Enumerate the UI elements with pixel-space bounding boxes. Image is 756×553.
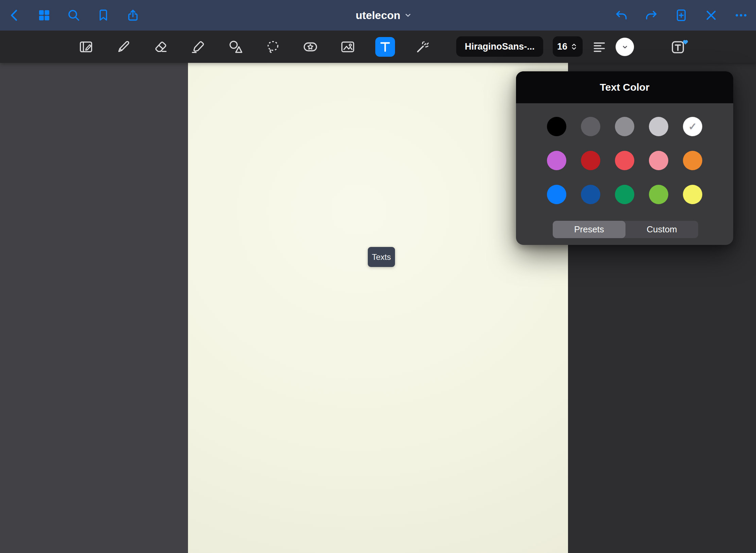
color-swatch[interactable] — [649, 151, 668, 170]
color-swatch[interactable] — [547, 185, 566, 204]
laser-pointer-tool[interactable] — [413, 37, 432, 57]
color-swatch[interactable] — [615, 185, 634, 204]
font-name-button[interactable]: HiraginoSans-... — [456, 36, 543, 57]
color-swatch[interactable] — [683, 151, 702, 170]
bookmark-button[interactable] — [94, 6, 113, 25]
presets-custom-segmented-control: Presets Custom — [553, 221, 698, 238]
redo-button[interactable] — [642, 6, 661, 25]
close-icon — [704, 8, 718, 22]
pen-tool[interactable] — [114, 37, 133, 57]
lasso-icon — [265, 39, 281, 55]
image-tool[interactable] — [338, 37, 358, 57]
view-mode-tool[interactable] — [76, 37, 96, 57]
notes-app-window: utelecon — [0, 0, 756, 553]
text-object[interactable]: Texts — [368, 247, 395, 267]
ellipsis-icon — [734, 8, 748, 22]
pen-icon — [116, 39, 131, 55]
color-swatch[interactable] — [547, 151, 566, 170]
top-navigation-bar: utelecon — [0, 0, 756, 31]
color-swatch[interactable] — [683, 185, 702, 204]
color-chevron-down-icon — [620, 42, 630, 52]
undo-icon — [615, 8, 628, 22]
text-alignment-button[interactable] — [590, 37, 609, 56]
text-alignment-icon — [592, 39, 607, 54]
color-swatch[interactable] — [615, 151, 634, 170]
image-icon — [340, 39, 356, 55]
redo-icon — [645, 8, 658, 22]
page-thumbnails-button[interactable] — [35, 6, 54, 25]
text-tool-icon — [377, 39, 393, 55]
back-chevron-icon — [8, 8, 21, 22]
tools-toolbar: HiraginoSans-... 16 — [0, 31, 756, 63]
checkmark-icon: ✓ — [688, 122, 697, 132]
share-button[interactable] — [123, 6, 142, 25]
back-button[interactable] — [5, 6, 24, 25]
lasso-tool[interactable] — [263, 37, 283, 57]
text-color-popover: Text Color ✓ Presets Custom — [516, 71, 733, 245]
topbar-left-group — [5, 0, 142, 31]
view-mode-icon — [78, 39, 94, 55]
color-swatch[interactable]: ✓ — [683, 117, 702, 136]
font-size-stepper[interactable]: 16 — [553, 36, 583, 57]
document-title: utelecon — [356, 9, 400, 22]
color-swatch-grid: ✓ — [547, 117, 702, 204]
laser-pointer-icon — [415, 39, 430, 55]
color-swatch[interactable] — [547, 117, 566, 136]
text-tool[interactable] — [375, 37, 395, 57]
thumbnails-grid-icon — [37, 8, 51, 22]
color-swatch[interactable] — [649, 185, 668, 204]
add-page-icon — [674, 8, 688, 22]
color-swatch[interactable] — [581, 185, 600, 204]
text-style-favorite-button[interactable] — [670, 37, 690, 57]
custom-tab[interactable]: Custom — [625, 221, 698, 238]
eraser-icon — [153, 39, 169, 55]
shapes-icon — [228, 39, 243, 55]
document-title-dropdown[interactable]: utelecon — [356, 0, 411, 31]
topbar-right-group — [612, 0, 751, 31]
presets-tab[interactable]: Presets — [553, 221, 625, 238]
color-swatch[interactable] — [581, 151, 600, 170]
share-icon — [126, 8, 140, 22]
stepper-chevrons-icon — [570, 42, 578, 51]
color-swatch[interactable] — [615, 117, 634, 136]
more-options-button[interactable] — [732, 6, 751, 25]
chevron-down-icon — [405, 12, 411, 19]
text-color-button[interactable] — [616, 38, 634, 56]
document-page[interactable]: Texts — [188, 63, 568, 553]
add-page-button[interactable] — [672, 6, 691, 25]
color-swatch[interactable] — [649, 117, 668, 136]
highlighter-tool[interactable] — [188, 37, 208, 57]
elements-tool[interactable] — [300, 37, 320, 57]
close-document-button[interactable] — [702, 6, 721, 25]
highlighter-icon — [190, 39, 206, 55]
shapes-tool[interactable] — [226, 37, 245, 57]
text-style-heart-icon — [670, 38, 689, 55]
search-icon — [67, 8, 81, 22]
canvas-background-left — [0, 63, 188, 553]
popover-title: Text Color — [516, 71, 733, 103]
font-size-value: 16 — [557, 41, 567, 52]
color-swatch[interactable] — [581, 117, 600, 136]
elements-star-icon — [303, 39, 318, 55]
tool-group — [76, 31, 432, 63]
bookmark-icon — [97, 8, 110, 22]
search-button[interactable] — [64, 6, 83, 25]
eraser-tool[interactable] — [151, 37, 171, 57]
undo-button[interactable] — [612, 6, 631, 25]
